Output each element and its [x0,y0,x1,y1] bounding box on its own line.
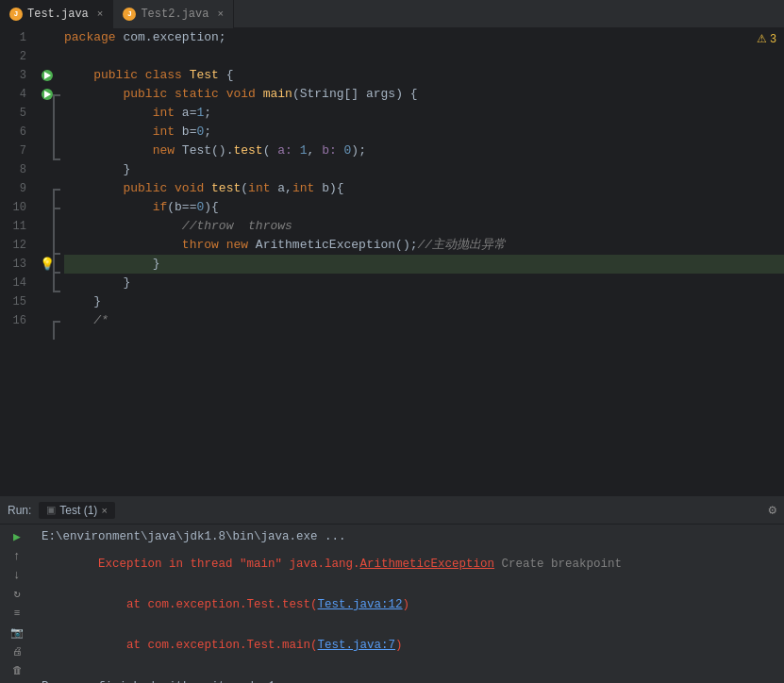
line-num-12: 12 [6,236,26,255]
comma-7: , [308,142,323,160]
num-0-10: 0 [196,198,204,217]
indent-10 [64,198,153,217]
output-path: E:\environment\java\jdk1.8\bin\java.exe … [42,530,776,543]
gutter-15 [34,292,60,311]
run-tab-close[interactable]: × [101,505,107,516]
run-tab-icon: ▣ [46,504,56,516]
line-num-6: 6 [6,123,26,142]
gutter-4[interactable] [34,85,60,104]
gutter-3[interactable] [34,66,60,85]
line-num-11: 11 [6,217,26,236]
line-num-14: 14 [6,274,26,292]
gutter-7 [34,142,60,160]
comment-11: //throw throws [182,217,292,236]
scroll-up-button[interactable]: ↑ [7,547,27,564]
kw-int-9a: int [248,179,277,198]
run-panel-header: Run: ▣ Test (1) × ⚙ [0,496,784,525]
param-b-label: b: [322,142,337,160]
play-button[interactable]: ▶ [7,528,27,545]
comment-12: //主动抛出异常 [418,236,507,255]
paren-open-9: ( [241,179,248,198]
bracket-4: [] [344,85,366,104]
brace-close-13: } [153,255,160,274]
indent-9 [64,179,123,198]
delete-button[interactable]: 🗑 [7,662,27,679]
code-line-7: new Test().test( a: 1, b: 0); [64,142,784,160]
output-create-bp: Create breakpoint [494,558,622,571]
brace-open-3: { [226,66,234,85]
line-num-10: 10 [6,198,26,217]
kw-int-5: int [153,104,182,123]
code-line-14: } [64,274,784,292]
code-line-4: public static void main(String[] args) { [64,85,784,104]
output-at-test-close: ) [403,598,410,611]
sort-button[interactable]: ≡ [7,605,27,622]
tab-test2-java[interactable]: J Test2.java × [113,0,234,28]
tab-test-java-close[interactable]: × [97,8,104,20]
indent-8 [64,160,123,179]
line-num-8: 8 [6,160,26,179]
tab-test-java[interactable]: J Test.java × [0,0,113,28]
semi-6: ; [204,123,211,142]
code-line-10: if(b==0){ [64,198,784,217]
camera-button[interactable]: 📷 [7,624,27,641]
gutter-8 [34,160,60,179]
comma-9: , [285,179,292,198]
brace-8: } [123,160,130,179]
tab-test-java-label: Test.java [27,8,89,21]
kw-int-9b: int [292,179,322,198]
gutter-13[interactable]: 💡 [34,255,60,274]
indent-12 [64,236,182,255]
kw-int-6: int [153,123,182,142]
code-line-16: /* [64,311,784,330]
brace-10: ){ [204,198,219,217]
scroll-down-button[interactable]: ↓ [7,567,27,584]
run-panel: Run: ▣ Test (1) × ⚙ ▶ ↑ ↓ ↻ ≡ 📷 🖨 🗑 E:\e… [0,494,784,683]
indent-15 [64,292,93,311]
gutter-5 [34,104,60,123]
rerun-button[interactable]: ↻ [7,586,27,603]
run-tab[interactable]: ▣ Test (1) × [39,502,114,519]
tab-test2-java-close[interactable]: × [217,8,224,20]
line-num-2: 2 [6,47,26,66]
package-name: com.exception [123,28,218,47]
code-content[interactable]: ⚠ 3 package com.exception; public class … [60,28,784,494]
output-link-main[interactable]: Test.java:7 [318,639,396,652]
method-main: main [263,85,292,104]
run-main-icon[interactable] [42,89,53,100]
indent-4 [64,85,123,104]
code-line-8: } [64,160,784,179]
code-line-12: throw new ArithmeticException();//主动抛出异常 [64,236,784,255]
code-line-9: public void test(int a,int b){ [64,179,784,198]
var-b-10: b [175,198,182,217]
method-test: test [233,142,262,160]
code-line-5: int a=1; [64,104,784,123]
java-icon: J [9,8,23,21]
param-a-9: a [277,179,285,198]
tab-test2-java-label: Test2.java [141,8,209,21]
indent-7 [64,142,153,160]
line-numbers: 1 2 3 4 5 6 7 8 9 10 11 12 13 14 15 16 [0,28,34,494]
indent-16 [64,311,93,330]
warning-badge: ⚠ 3 [757,32,776,45]
run-class-icon[interactable] [42,70,53,81]
indent-3 [64,66,93,85]
code-line-11: //throw throws [64,217,784,236]
warning-icon: ⚠ [757,32,767,45]
gutter-10[interactable] [34,198,60,217]
brace-close-14: } [123,274,130,292]
semi-5: ; [204,104,211,123]
output-link-test[interactable]: Test.java:12 [318,598,403,611]
print-button[interactable]: 🖨 [7,643,27,660]
gutter-9[interactable] [34,179,60,198]
eq-6: = [190,123,197,142]
type-string: String [300,85,344,104]
gutter-11 [34,217,60,236]
tab-bar: J Test.java × J Test2.java × [0,0,784,28]
paren-open-7: (). [211,142,233,160]
run-output-content[interactable]: E:\environment\java\jdk1.8\bin\java.exe … [34,525,784,683]
gutter-16[interactable] [34,311,60,330]
gutter-14 [34,274,60,292]
gear-icon[interactable]: ⚙ [769,502,776,518]
line-num-4: 4 [6,85,26,104]
